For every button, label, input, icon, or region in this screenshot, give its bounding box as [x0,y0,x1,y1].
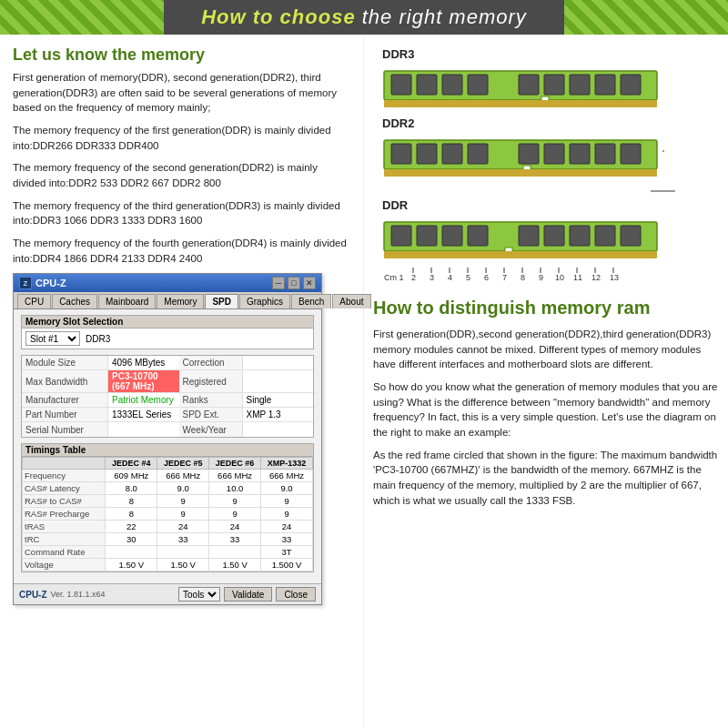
para1: First generation of memory(DDR), second … [13,70,350,116]
row-cmdrate-j6 [209,546,261,559]
tab-spd[interactable]: SPD [205,294,238,308]
main-content: Let us know the memory First generation … [0,35,728,728]
manufacturer-value: Patriot Memory [108,393,179,407]
tab-mainboard[interactable]: Mainboard [98,294,156,308]
svg-rect-30 [442,226,462,246]
manufacturer-label: Manufacturer [22,393,108,407]
row-trc-j4: 30 [106,533,157,546]
cpuz-logo: CPU-Z [19,590,47,600]
row-tras-j4: 22 [106,521,157,533]
svg-text:8: 8 [521,273,525,282]
svg-rect-5 [468,75,488,95]
table-row: Frequency 609 MHz 666 MHz 666 MHz 666 MH… [23,470,313,482]
svg-text:12: 12 [592,273,601,282]
para3: The memory frequency of the second gener… [13,160,350,190]
row-freq-j6: 666 MHz [209,470,261,482]
row-ras-j4: 8 [106,495,157,508]
minimize-button[interactable]: ─ [272,277,285,289]
row-trc-j5: 33 [157,533,209,546]
distinguish-section: How to distinguish memory ram First gene… [373,295,719,508]
correction-label: Correction [179,356,243,369]
tab-bench[interactable]: Bench [291,294,331,308]
title-part1: How to choose [201,5,362,28]
page-title: How to choose the right memory [9,5,719,29]
title-part2: the right memory [362,5,527,28]
th-xmp: XMP-1332 [261,458,313,470]
close-dialog-button[interactable]: Close [276,587,316,602]
serial-number-row: Serial Number Week/Year [22,422,313,437]
max-bandwidth-value: PC3-10700 (667 MHz) [108,370,179,392]
para4: The memory frequency of the third genera… [13,198,350,228]
svg-text:3: 3 [430,273,434,282]
tab-memory[interactable]: Memory [157,294,204,308]
row-cas-label: CAS# Latency [23,482,106,495]
memory-slot-group-title: Memory Slot Selection [22,316,313,329]
ddr3-diagram [382,64,664,109]
para5: The memory frequency of the fourth gener… [13,236,350,266]
table-row: tRC 30 33 33 33 [23,533,313,546]
svg-rect-4 [442,75,462,95]
tab-caches[interactable]: Caches [52,294,97,308]
svg-rect-7 [544,75,564,95]
ddr-label: DDR [382,198,710,212]
slot-select[interactable]: Slot #1 [25,331,80,346]
th-jedec4: JEDEC #4 [106,458,157,470]
validate-button[interactable]: Validate [224,587,272,602]
svg-rect-20 [570,144,590,164]
cpuz-titlebar-controls[interactable]: ─ □ ✕ [272,277,316,289]
spd-ext-label: SPD Ext. [179,408,243,421]
table-row: tRAS 22 24 24 24 [23,521,313,533]
svg-text:6: 6 [484,273,489,282]
cpuz-window-title: CPU-Z [35,278,66,288]
svg-text:Cm 1: Cm 1 [384,273,404,282]
tab-graphics[interactable]: Graphics [239,294,290,308]
row-ras-j6: 9 [209,495,261,508]
ranks-label: Ranks [179,393,243,407]
cpuz-app-icon: Z [19,277,32,289]
cpuz-footer: CPU-Z Ver. 1.81.1.x64 Tools Validate Clo… [14,583,321,604]
timings-table: JEDEC #4 JEDEC #5 JEDEC #6 XMP-1332 Freq… [22,457,313,571]
memory-slot-group: Memory Slot Selection Slot #1 DDR3 [21,315,314,349]
row-freq-j5: 666 MHz [157,470,209,482]
spacer-line [391,187,682,196]
module-info-group: Module Size 4096 MBytes Correction Max B… [21,355,314,438]
row-cas-xmp: 9.0 [261,482,313,495]
cpuz-titlebar: Z CPU-Z ─ □ ✕ [14,274,321,292]
cpuz-body: Memory Slot Selection Slot #1 DDR3 Modul… [14,309,321,583]
row-ras-label: RAS# to CAS# [23,495,106,508]
slot-ddr-type: DDR3 [86,334,110,344]
row-cas-j5: 9.0 [157,482,209,495]
svg-rect-6 [519,75,539,95]
ddr2-label: DDR2 [382,116,710,130]
ram-diagrams: DDR3 [373,42,719,289]
row-trc-xmp: 33 [261,533,313,546]
distinguish-title: How to distinguish memory ram [373,295,719,321]
maximize-button[interactable]: □ [288,277,300,289]
week-year-value [243,422,314,437]
row-rp-label: RAS# Precharge [23,508,106,521]
close-button[interactable]: ✕ [303,277,316,289]
row-cas-j4: 8.0 [106,482,157,495]
svg-text:9: 9 [539,273,543,282]
tab-cpu[interactable]: CPU [17,294,51,308]
row-tras-j5: 24 [157,521,209,533]
ranks-value: Single [243,393,314,407]
module-size-row: Module Size 4096 MBytes Correction [22,356,313,370]
svg-rect-32 [519,226,539,246]
part-number-value: 1333EL Series [108,408,179,421]
row-cmdrate-label: Command Rate [23,546,106,559]
registered-value [243,370,314,392]
tools-select[interactable]: Tools [178,587,220,602]
row-freq-label: Frequency [23,470,106,482]
row-volt-label: Voltage [23,559,106,571]
svg-rect-15 [417,144,437,164]
spd-ext-value: XMP 1.3 [243,408,314,421]
svg-rect-35 [595,226,615,246]
cpuz-titlebar-left: Z CPU-Z [19,277,66,289]
row-freq-j4: 609 MHz [106,470,157,482]
module-size-value: 4096 MBytes [108,356,179,369]
manufacturer-row: Manufacturer Patriot Memory Ranks Single [22,393,313,408]
cpuz-version: Ver. 1.81.1.x64 [51,590,106,599]
th-empty [23,458,106,470]
svg-rect-19 [544,144,564,164]
